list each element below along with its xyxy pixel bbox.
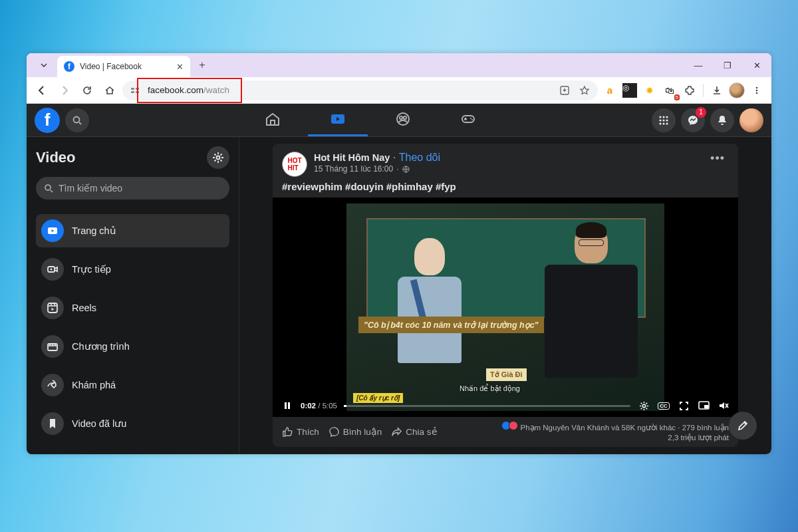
svg-point-12 [404,116,406,119]
compose-fab[interactable] [729,412,757,440]
browser-tab-active[interactable]: f Video | Facebook ✕ [57,56,190,77]
post-author-name[interactable]: Hot Hit Hôm Nay [314,152,390,163]
svg-point-6 [756,89,758,91]
share-button[interactable]: Chia sẻ [391,426,437,438]
tab-search-button[interactable] [35,56,53,74]
sidebar-item-explore[interactable]: Khám phá [36,368,229,402]
new-tab-button[interactable]: + [193,56,211,74]
extension-2[interactable]: ◎ [620,81,639,100]
sidebar-item-label: Trực tiếp [72,264,111,275]
post-timestamp[interactable]: 15 Tháng 11 lúc 16:00 · [314,164,700,174]
svg-rect-0 [131,88,134,90]
clapper-icon [41,335,64,358]
sidebar-settings-button[interactable] [207,146,229,169]
install-app-icon[interactable] [559,85,570,96]
sidebar-item-shows[interactable]: Chương trình [36,330,229,363]
follow-link[interactable]: Theo dõi [399,152,440,163]
extension-1[interactable]: a [600,81,619,100]
sidebar-item-live[interactable]: Trực tiếp [36,253,229,286]
nav-back-button[interactable] [32,80,52,100]
svg-point-23 [662,122,664,124]
sidebar-search-input[interactable]: Tìm kiếm video [36,177,229,200]
nav-forward-button[interactable] [55,80,74,100]
extension-3[interactable]: ✸ [640,81,659,100]
comment-button[interactable]: Bình luận [329,426,382,438]
window-maximize[interactable]: ❐ [713,53,742,77]
extension-4[interactable]: 🛍 [660,81,679,100]
address-bar[interactable]: facebook.com/watch [122,80,598,100]
facebook-logo[interactable]: f [35,108,60,133]
svg-point-19 [659,119,661,121]
svg-rect-34 [285,402,287,409]
nav-tab-video[interactable] [308,104,368,136]
fb-body: Video Tìm kiếm video Trang chủ Trực tiếp [27,137,771,454]
extensions-menu-icon[interactable] [680,81,699,100]
messenger-badge: 1 [696,107,706,118]
tab-strip: f Video | Facebook ✕ + — ❐ ✕ [27,53,771,77]
post-author-avatar[interactable]: HOTHIT [282,152,307,177]
cc-button[interactable]: CC [657,399,670,412]
profile-avatar[interactable] [728,81,746,100]
fullscreen-button[interactable] [677,399,690,412]
post-menu-button[interactable]: ••• [706,152,729,166]
svg-point-15 [471,119,473,120]
sidebar-item-home[interactable]: Trang chủ [36,214,229,247]
notifications-button[interactable] [710,108,734,132]
account-avatar[interactable] [739,108,763,132]
nav-tab-home[interactable] [243,104,303,136]
svg-point-32 [53,382,55,384]
pause-button[interactable] [281,399,294,412]
post-caption: #reviewphim #douyin #phimhay #fyp [273,177,738,198]
nav-home-button[interactable] [100,80,120,100]
sidebar-item-saved[interactable]: Video đã lưu [36,407,229,440]
svg-point-11 [400,116,402,119]
svg-point-22 [659,122,661,124]
extension-icons: a ◎ ✸ 🛍 [600,81,766,100]
sidebar-item-label: Trang chủ [72,225,116,236]
svg-point-26 [45,185,51,190]
svg-point-10 [397,113,409,125]
volume-button[interactable] [717,399,730,412]
page-content: f 1 Video [27,104,771,454]
toolbar: facebook.com/watch a ◎ ✸ 🛍 [27,77,771,104]
tab-close-button[interactable]: ✕ [176,62,184,72]
bookmark-star-icon[interactable] [579,85,590,96]
subtitle-small-1: Tớ Già Đi [486,368,527,381]
window-close[interactable]: ✕ [742,53,771,77]
svg-point-24 [666,122,668,124]
settings-gear-icon[interactable] [637,399,650,412]
views-count: 2,3 triệu lượt phát [503,433,729,443]
window-minimize[interactable]: — [684,53,713,77]
messenger-button[interactable]: 1 [681,108,705,132]
svg-point-7 [756,92,758,94]
menu-grid-button[interactable] [652,108,676,132]
site-info-icon[interactable] [130,86,142,95]
like-button[interactable]: Thích [282,426,319,438]
likers-text[interactable]: Phạm Nguyên Vân Khánh và 58K người khác [520,424,676,432]
svg-point-25 [217,156,220,160]
fb-search-button[interactable] [65,108,89,132]
svg-rect-13 [462,116,474,122]
sidebar-item-label: Khám phá [72,380,116,390]
nav-tab-groups[interactable] [373,104,433,136]
bookmark-icon [41,412,64,435]
pip-button[interactable] [697,399,710,412]
svg-point-14 [470,118,471,119]
sidebar-item-reels[interactable]: Reels [36,291,229,325]
browser-window: f Video | Facebook ✕ + — ❐ ✕ facebook.co… [27,53,771,454]
comments-count[interactable]: 279 bình luận [682,424,729,432]
tab-title: Video | Facebook [80,62,171,71]
video-player[interactable]: "Cô bị b4t cóc 10 năm và trở lại trường … [273,198,738,417]
sidebar-item-label: Chương trình [72,341,130,352]
video-controls: 0:02 / 5:05 CC [273,394,738,417]
subtitle-center: Nhấn để bật động [460,384,520,393]
downloads-icon[interactable] [708,81,726,100]
play-icon [41,219,64,242]
nav-reload-button[interactable] [77,80,97,100]
nav-tab-gaming[interactable] [438,104,498,136]
video-time: 0:02 / 5:05 [301,402,337,410]
progress-bar[interactable] [344,405,630,407]
love-react-icon [509,421,518,430]
chrome-menu-icon[interactable] [747,81,766,100]
svg-point-17 [662,116,664,118]
